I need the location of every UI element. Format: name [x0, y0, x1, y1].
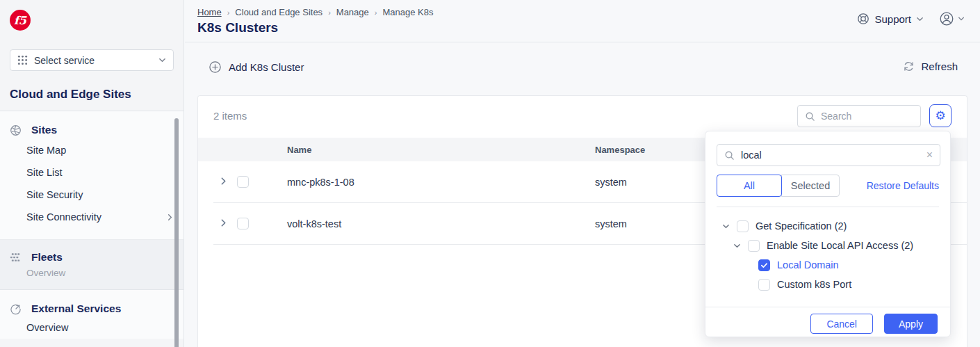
cancel-button[interactable]: Cancel — [810, 314, 873, 334]
add-k8s-cluster-button[interactable]: Add K8s Cluster — [209, 60, 304, 74]
sidebar-header: f5 Select service Cloud and Edge Sites — [0, 0, 183, 111]
cell-name[interactable]: mnc-pk8s-1-08 — [287, 177, 354, 188]
sidebar-item-site-security[interactable]: Site Security — [0, 184, 183, 206]
sidebar-item-site-map[interactable]: Site Map — [0, 139, 183, 161]
support-label: Support — [874, 13, 911, 25]
breadcrumb-separator: › — [227, 8, 230, 17]
panel-divider — [717, 207, 939, 207]
sidebar-title: Cloud and Edge Sites — [10, 88, 174, 102]
sidebar-section-label: Sites — [31, 124, 57, 136]
sidebar-section-label: Fleets — [31, 251, 63, 264]
sidebar-item-external-overview[interactable]: Overview — [0, 318, 183, 333]
breadcrumb-home[interactable]: Home — [197, 7, 222, 17]
external-services-icon — [10, 303, 22, 315]
sidebar-item-site-list[interactable]: Site List — [0, 161, 183, 184]
tree-item-label[interactable]: Enable Site Local API Access (2) — [767, 240, 913, 251]
tree-item-label[interactable]: Custom k8s Port — [777, 279, 851, 290]
tree-checkbox[interactable] — [737, 220, 749, 232]
refresh-label: Refresh — [921, 60, 958, 72]
sidebar-item-label: Site Connectivity — [26, 211, 166, 223]
globe-icon — [10, 124, 22, 136]
table-search[interactable] — [797, 105, 921, 127]
expand-row-icon[interactable] — [219, 218, 228, 227]
gear-icon: ⚙ — [935, 110, 945, 122]
service-selector-label: Select service — [34, 55, 152, 66]
search-icon — [724, 150, 735, 161]
refresh-button[interactable]: Refresh — [903, 60, 958, 72]
cell-namespace: system — [595, 218, 627, 229]
row-checkbox[interactable] — [237, 218, 249, 229]
breadcrumb-manage[interactable]: Manage — [336, 7, 369, 17]
add-k8s-cluster-label: Add K8s Cluster — [229, 61, 304, 73]
sidebar-item-fleets[interactable]: Fleets — [0, 248, 183, 266]
cell-name[interactable]: volt-k8s-test — [287, 218, 341, 229]
panel-filter-row: All Selected Restore Defaults — [717, 175, 939, 197]
column-header-name: Name — [287, 145, 311, 155]
expand-row-icon[interactable] — [219, 177, 228, 186]
plus-circle-icon — [209, 60, 222, 74]
panel-footer-divider — [705, 307, 950, 307]
tree-checkbox[interactable] — [758, 279, 770, 291]
tree-checkbox-checked[interactable] — [758, 259, 770, 271]
chevron-down-icon[interactable] — [722, 223, 730, 230]
sidebar-item-site-connectivity[interactable]: Site Connectivity — [0, 206, 183, 228]
app-window: f5 Select service Cloud and Edge Sites — [0, 0, 980, 347]
tree-checkbox[interactable] — [748, 240, 760, 252]
sidebar-item-sites[interactable]: Sites — [0, 121, 183, 139]
page-title: K8s Clusters — [197, 20, 278, 35]
user-avatar-icon — [939, 11, 954, 26]
account-menu[interactable] — [939, 11, 965, 26]
sidebar-item-label: Site Map — [26, 145, 174, 156]
sidebar-section-label: External Services — [31, 302, 121, 315]
column-settings-button[interactable]: ⚙ — [929, 104, 952, 127]
apply-button[interactable]: Apply — [884, 314, 938, 334]
sidebar-section-sites: Sites Site Map Site List Site Security S… — [0, 111, 183, 240]
tree-item-label[interactable]: Get Specification (2) — [756, 220, 847, 232]
sidebar-item-label: Site Security — [26, 189, 174, 200]
sidebar-scrollbar[interactable] — [174, 118, 179, 347]
sidebar-item-fleets-overview[interactable]: Overview — [0, 266, 183, 281]
chevron-down-icon[interactable] — [733, 242, 741, 250]
tree-item-get-specification: Get Specification (2) — [705, 216, 950, 236]
refresh-icon — [903, 60, 915, 72]
column-header-namespace: Namespace — [595, 145, 645, 155]
clear-search-icon[interactable]: × — [926, 150, 933, 161]
search-icon — [805, 111, 815, 122]
panel-search-input[interactable] — [741, 150, 920, 161]
panel-search[interactable]: × — [717, 144, 940, 166]
breadcrumb-separator: › — [375, 8, 377, 17]
sidebar-section-external-services: External Services Overview — [0, 290, 183, 339]
cell-namespace: system — [595, 177, 627, 188]
breadcrumb-manage-k8s[interactable]: Manage K8s — [382, 7, 433, 17]
action-bar: Add K8s Cluster Refresh — [185, 42, 980, 95]
panel-footer: Cancel Apply — [705, 314, 938, 334]
f5-logo[interactable]: f5 — [10, 10, 31, 31]
tab-all[interactable]: All — [717, 175, 782, 197]
column-settings-panel: × All Selected Restore Defaults Get Spec… — [705, 131, 951, 337]
support-menu[interactable]: Support — [857, 13, 924, 25]
table-search-input[interactable] — [821, 111, 904, 122]
row-checkbox[interactable] — [237, 176, 249, 188]
support-icon — [857, 13, 869, 25]
chevron-down-icon — [958, 15, 965, 22]
breadcrumb-cloud-edge-sites[interactable]: Cloud and Edge Sites — [235, 7, 322, 17]
breadcrumb-separator: › — [328, 8, 331, 17]
sidebar-item-external-services[interactable]: External Services — [0, 300, 183, 318]
sidebar: f5 Select service Cloud and Edge Sites — [0, 0, 184, 347]
tree-item-local-domain: Local Domain — [705, 255, 950, 275]
chevron-right-icon — [166, 213, 174, 221]
restore-defaults-link[interactable]: Restore Defaults — [867, 180, 939, 191]
f5-logo-text: f5 — [14, 14, 26, 27]
tree-item-enable-site-local-api-access: Enable Site Local API Access (2) — [705, 236, 950, 255]
breadcrumb: Home › Cloud and Edge Sites › Manage › M… — [197, 7, 433, 17]
sidebar-item-label: Site List — [26, 167, 174, 178]
service-selector[interactable]: Select service — [10, 49, 174, 71]
chevron-down-icon — [916, 15, 924, 23]
tree-item-custom-k8s-port: Custom k8s Port — [705, 275, 950, 294]
column-tree: Get Specification (2) Enable Site Local … — [705, 216, 950, 294]
tab-selected[interactable]: Selected — [781, 175, 840, 197]
tree-item-label[interactable]: Local Domain — [777, 259, 839, 271]
chevron-down-icon — [158, 56, 166, 64]
page-header: Home › Cloud and Edge Sites › Manage › M… — [185, 0, 980, 42]
items-count: 2 items — [213, 110, 247, 122]
